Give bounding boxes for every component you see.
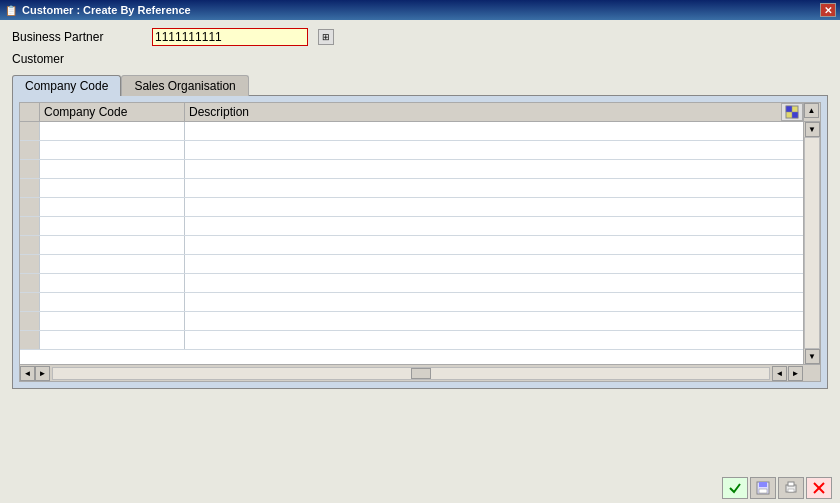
grid-rows [20, 122, 803, 364]
column-header-company-code: Company Code [40, 103, 185, 121]
customer-label: Customer [12, 52, 142, 66]
business-partner-lookup-button[interactable]: ⊞ [318, 29, 334, 45]
grid-rows-container: ▼ ▼ [20, 122, 820, 364]
window-title: Customer : Create By Reference [22, 4, 191, 16]
table-row [20, 255, 803, 274]
scroll-down-end-button[interactable]: ▼ [805, 349, 820, 364]
vertical-scrollbar[interactable]: ▼ ▼ [803, 122, 820, 364]
business-partner-row: Business Partner ⊞ [12, 28, 828, 46]
table-row [20, 122, 803, 141]
scroll-right-small-button[interactable]: ► [35, 366, 50, 381]
scroll-right-end-button[interactable]: ► [788, 366, 803, 381]
customer-row: Customer [12, 52, 828, 66]
horizontal-scroll-track[interactable] [52, 367, 770, 380]
table-row [20, 217, 803, 236]
table-row [20, 179, 803, 198]
table-row [20, 293, 803, 312]
scroll-up-button[interactable]: ▲ [804, 103, 819, 118]
horizontal-scrollbar[interactable]: ◄ ► ◄ ► [20, 364, 820, 381]
table-row [20, 141, 803, 160]
scroll-left-end-button[interactable]: ◄ [772, 366, 787, 381]
svg-rect-5 [759, 489, 767, 493]
svg-rect-2 [792, 112, 798, 118]
svg-rect-4 [759, 482, 767, 487]
svg-rect-1 [786, 106, 792, 112]
window-icon: 📋 [4, 3, 18, 17]
save-button[interactable] [750, 477, 776, 499]
grid-header: Company Code Description ▲ [20, 103, 820, 122]
print-button[interactable] [778, 477, 804, 499]
column-header-description: Description [185, 103, 803, 121]
tab-panel-company-code: Company Code Description ▲ [12, 95, 828, 389]
table-row [20, 331, 803, 350]
table-row [20, 236, 803, 255]
grid-container: Company Code Description ▲ [19, 102, 821, 382]
tab-container: Company Code Sales Organisation Company … [12, 74, 828, 389]
close-button[interactable]: ✕ [820, 3, 836, 17]
table-row [20, 274, 803, 293]
table-row [20, 160, 803, 179]
tab-headers: Company Code Sales Organisation [12, 75, 828, 96]
svg-rect-7 [788, 482, 794, 486]
svg-rect-8 [788, 489, 794, 492]
business-partner-input[interactable] [152, 28, 308, 46]
confirm-button[interactable] [722, 477, 748, 499]
tab-company-code[interactable]: Company Code [12, 75, 121, 96]
scroll-down-button[interactable]: ▼ [805, 122, 820, 137]
bottom-toolbar [722, 477, 832, 499]
horizontal-scroll-thumb[interactable] [411, 368, 431, 379]
window-content: Business Partner ⊞ Customer Company Code… [0, 20, 840, 503]
tab-sales-organisation[interactable]: Sales Organisation [121, 75, 248, 96]
table-row [20, 198, 803, 217]
scroll-track[interactable] [804, 137, 820, 349]
scroll-left-button[interactable]: ◄ [20, 366, 35, 381]
title-bar: 📋 Customer : Create By Reference ✕ [0, 0, 840, 20]
grid-header-select [20, 103, 40, 121]
grid-settings-button[interactable] [781, 103, 803, 121]
table-row [20, 312, 803, 331]
business-partner-label: Business Partner [12, 30, 142, 44]
cancel-button[interactable] [806, 477, 832, 499]
